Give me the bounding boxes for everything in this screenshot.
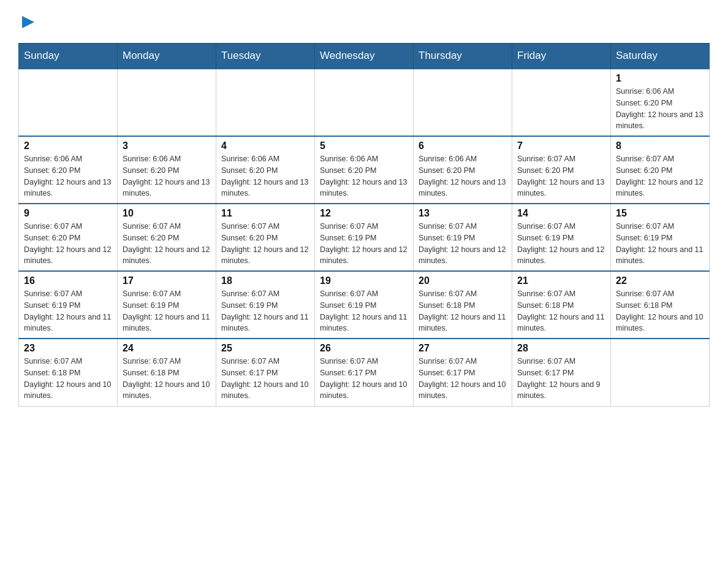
day-info: Sunrise: 6:06 AM Sunset: 6:20 PM Dayligh…	[221, 153, 309, 199]
calendar-week-3: 9Sunrise: 6:07 AM Sunset: 6:20 PM Daylig…	[19, 204, 710, 271]
calendar-dow-wednesday: Wednesday	[315, 44, 414, 69]
calendar-cell: 18Sunrise: 6:07 AM Sunset: 6:19 PM Dayli…	[216, 271, 315, 339]
calendar-cell: 24Sunrise: 6:07 AM Sunset: 6:18 PM Dayli…	[118, 339, 216, 406]
day-info: Sunrise: 6:07 AM Sunset: 6:20 PM Dayligh…	[616, 153, 704, 199]
day-info: Sunrise: 6:07 AM Sunset: 6:19 PM Dayligh…	[123, 288, 211, 334]
day-info: Sunrise: 6:07 AM Sunset: 6:20 PM Dayligh…	[123, 221, 211, 267]
day-number: 10	[123, 208, 211, 219]
day-info: Sunrise: 6:06 AM Sunset: 6:20 PM Dayligh…	[320, 153, 408, 199]
calendar-cell: 1Sunrise: 6:06 AM Sunset: 6:20 PM Daylig…	[611, 69, 710, 136]
day-number: 8	[616, 140, 704, 151]
day-info: Sunrise: 6:07 AM Sunset: 6:19 PM Dayligh…	[24, 288, 112, 334]
calendar-cell: 6Sunrise: 6:06 AM Sunset: 6:20 PM Daylig…	[414, 136, 512, 204]
day-number: 7	[517, 140, 605, 151]
day-info: Sunrise: 6:06 AM Sunset: 6:20 PM Dayligh…	[616, 86, 704, 132]
day-number: 1	[616, 73, 704, 84]
calendar-cell: 27Sunrise: 6:07 AM Sunset: 6:17 PM Dayli…	[414, 339, 512, 406]
calendar-cell: 3Sunrise: 6:06 AM Sunset: 6:20 PM Daylig…	[118, 136, 216, 204]
calendar-cell	[315, 69, 414, 136]
calendar-cell: 13Sunrise: 6:07 AM Sunset: 6:19 PM Dayli…	[414, 204, 512, 271]
page-header	[18, 12, 710, 31]
calendar-cell: 5Sunrise: 6:06 AM Sunset: 6:20 PM Daylig…	[315, 136, 414, 204]
day-number: 6	[419, 140, 507, 151]
day-info: Sunrise: 6:07 AM Sunset: 6:18 PM Dayligh…	[24, 356, 112, 402]
calendar-week-2: 2Sunrise: 6:06 AM Sunset: 6:20 PM Daylig…	[19, 136, 710, 204]
calendar-cell: 19Sunrise: 6:07 AM Sunset: 6:19 PM Dayli…	[315, 271, 414, 339]
calendar-table: SundayMondayTuesdayWednesdayThursdayFrid…	[18, 43, 710, 407]
calendar-cell: 12Sunrise: 6:07 AM Sunset: 6:19 PM Dayli…	[315, 204, 414, 271]
day-number: 12	[320, 208, 408, 219]
calendar-week-1: 1Sunrise: 6:06 AM Sunset: 6:20 PM Daylig…	[19, 69, 710, 136]
calendar-cell: 4Sunrise: 6:06 AM Sunset: 6:20 PM Daylig…	[216, 136, 315, 204]
day-info: Sunrise: 6:06 AM Sunset: 6:20 PM Dayligh…	[419, 153, 507, 199]
day-number: 13	[419, 208, 507, 219]
day-info: Sunrise: 6:07 AM Sunset: 6:18 PM Dayligh…	[517, 288, 605, 334]
logo-triangle-icon	[20, 13, 37, 31]
day-info: Sunrise: 6:07 AM Sunset: 6:19 PM Dayligh…	[517, 221, 605, 267]
calendar-cell: 10Sunrise: 6:07 AM Sunset: 6:20 PM Dayli…	[118, 204, 216, 271]
calendar-dow-friday: Friday	[512, 44, 611, 69]
calendar-cell: 28Sunrise: 6:07 AM Sunset: 6:17 PM Dayli…	[512, 339, 611, 406]
day-info: Sunrise: 6:07 AM Sunset: 6:20 PM Dayligh…	[24, 221, 112, 267]
calendar-dow-monday: Monday	[118, 44, 216, 69]
day-number: 19	[320, 275, 408, 286]
calendar-dow-sunday: Sunday	[19, 44, 118, 69]
calendar-cell	[611, 339, 710, 406]
day-number: 27	[419, 343, 507, 354]
day-info: Sunrise: 6:07 AM Sunset: 6:19 PM Dayligh…	[419, 221, 507, 267]
day-number: 5	[320, 140, 408, 151]
calendar-cell: 14Sunrise: 6:07 AM Sunset: 6:19 PM Dayli…	[512, 204, 611, 271]
calendar-cell: 7Sunrise: 6:07 AM Sunset: 6:20 PM Daylig…	[512, 136, 611, 204]
day-number: 24	[123, 343, 211, 354]
day-info: Sunrise: 6:06 AM Sunset: 6:20 PM Dayligh…	[24, 153, 112, 199]
day-info: Sunrise: 6:07 AM Sunset: 6:17 PM Dayligh…	[517, 356, 605, 402]
day-number: 22	[616, 275, 704, 286]
calendar-cell	[414, 69, 512, 136]
day-info: Sunrise: 6:07 AM Sunset: 6:20 PM Dayligh…	[517, 153, 605, 199]
day-number: 2	[24, 140, 112, 151]
day-info: Sunrise: 6:07 AM Sunset: 6:17 PM Dayligh…	[320, 356, 408, 402]
day-number: 3	[123, 140, 211, 151]
day-number: 9	[24, 208, 112, 219]
day-info: Sunrise: 6:06 AM Sunset: 6:20 PM Dayligh…	[123, 153, 211, 199]
calendar-cell	[512, 69, 611, 136]
calendar-cell: 20Sunrise: 6:07 AM Sunset: 6:18 PM Dayli…	[414, 271, 512, 339]
calendar-cell: 11Sunrise: 6:07 AM Sunset: 6:20 PM Dayli…	[216, 204, 315, 271]
calendar-cell: 22Sunrise: 6:07 AM Sunset: 6:18 PM Dayli…	[611, 271, 710, 339]
day-info: Sunrise: 6:07 AM Sunset: 6:18 PM Dayligh…	[123, 356, 211, 402]
calendar-cell	[216, 69, 315, 136]
day-number: 18	[221, 275, 309, 286]
day-info: Sunrise: 6:07 AM Sunset: 6:20 PM Dayligh…	[221, 221, 309, 267]
calendar-header-row: SundayMondayTuesdayWednesdayThursdayFrid…	[19, 44, 710, 69]
svg-marker-0	[22, 16, 34, 28]
calendar-cell: 8Sunrise: 6:07 AM Sunset: 6:20 PM Daylig…	[611, 136, 710, 204]
calendar-dow-saturday: Saturday	[611, 44, 710, 69]
day-info: Sunrise: 6:07 AM Sunset: 6:19 PM Dayligh…	[320, 221, 408, 267]
calendar-cell: 26Sunrise: 6:07 AM Sunset: 6:17 PM Dayli…	[315, 339, 414, 406]
calendar-week-4: 16Sunrise: 6:07 AM Sunset: 6:19 PM Dayli…	[19, 271, 710, 339]
day-number: 26	[320, 343, 408, 354]
day-number: 16	[24, 275, 112, 286]
day-info: Sunrise: 6:07 AM Sunset: 6:17 PM Dayligh…	[221, 356, 309, 402]
calendar-cell: 25Sunrise: 6:07 AM Sunset: 6:17 PM Dayli…	[216, 339, 315, 406]
calendar-dow-tuesday: Tuesday	[216, 44, 315, 69]
day-number: 17	[123, 275, 211, 286]
calendar-cell: 21Sunrise: 6:07 AM Sunset: 6:18 PM Dayli…	[512, 271, 611, 339]
day-number: 14	[517, 208, 605, 219]
calendar-cell: 23Sunrise: 6:07 AM Sunset: 6:18 PM Dayli…	[19, 339, 118, 406]
day-info: Sunrise: 6:07 AM Sunset: 6:18 PM Dayligh…	[419, 288, 507, 334]
day-number: 21	[517, 275, 605, 286]
calendar-cell: 9Sunrise: 6:07 AM Sunset: 6:20 PM Daylig…	[19, 204, 118, 271]
day-number: 23	[24, 343, 112, 354]
day-info: Sunrise: 6:07 AM Sunset: 6:17 PM Dayligh…	[419, 356, 507, 402]
calendar-cell: 15Sunrise: 6:07 AM Sunset: 6:19 PM Dayli…	[611, 204, 710, 271]
day-number: 4	[221, 140, 309, 151]
logo	[18, 12, 37, 31]
day-info: Sunrise: 6:07 AM Sunset: 6:18 PM Dayligh…	[616, 288, 704, 334]
calendar-cell	[19, 69, 118, 136]
calendar-dow-thursday: Thursday	[414, 44, 512, 69]
day-info: Sunrise: 6:07 AM Sunset: 6:19 PM Dayligh…	[221, 288, 309, 334]
calendar-week-5: 23Sunrise: 6:07 AM Sunset: 6:18 PM Dayli…	[19, 339, 710, 406]
day-number: 11	[221, 208, 309, 219]
calendar-cell: 2Sunrise: 6:06 AM Sunset: 6:20 PM Daylig…	[19, 136, 118, 204]
